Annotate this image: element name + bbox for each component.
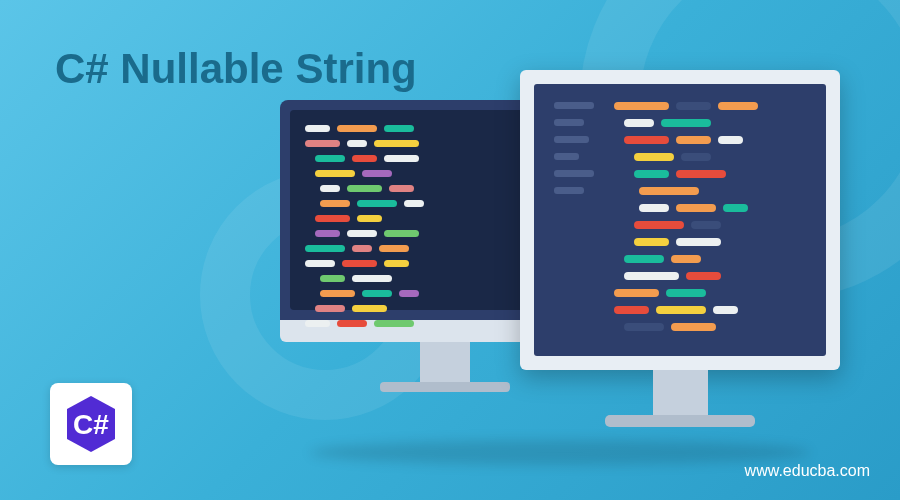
front-code-lines bbox=[614, 102, 806, 338]
front-monitor-foot bbox=[605, 415, 755, 427]
back-monitor-foot bbox=[380, 382, 510, 392]
front-sidebar bbox=[554, 102, 599, 338]
website-url: www.educba.com bbox=[745, 462, 870, 480]
front-monitor bbox=[520, 70, 840, 427]
monitor-shadow bbox=[310, 440, 810, 465]
front-monitor-screen bbox=[534, 84, 826, 356]
svg-text:C#: C# bbox=[73, 409, 109, 440]
front-monitor-frame bbox=[520, 70, 840, 370]
csharp-logo-icon: C# bbox=[59, 392, 123, 456]
back-monitor-stand bbox=[420, 342, 470, 382]
page-title: C# Nullable String bbox=[55, 45, 417, 93]
front-monitor-stand bbox=[653, 370, 708, 415]
csharp-logo-badge: C# bbox=[50, 383, 132, 465]
monitors-illustration bbox=[280, 70, 840, 450]
